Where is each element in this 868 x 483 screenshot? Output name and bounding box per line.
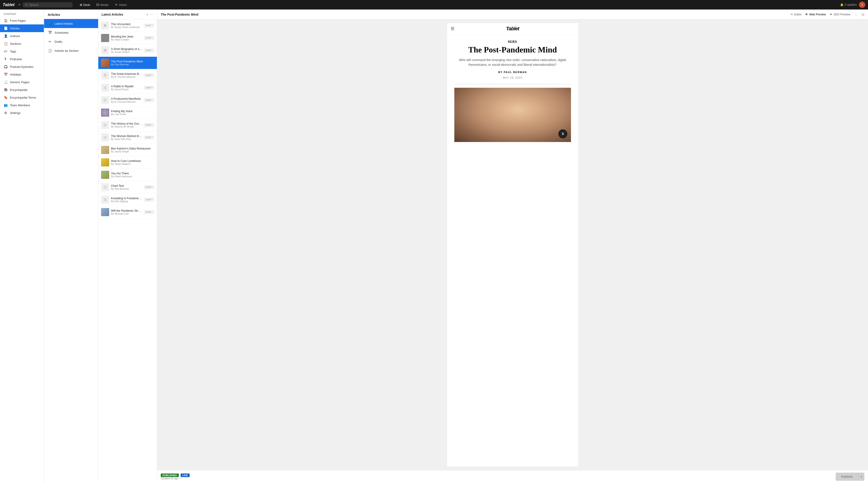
sidebar-item-sections[interactable]: 📋 Sections bbox=[0, 40, 44, 48]
sidebar-item-articles[interactable]: 📄 Articles bbox=[0, 24, 44, 32]
article-preview: ☰ Tablet NEWS The Post-Pandemic Mind Who… bbox=[447, 23, 578, 466]
checkmark-icon: ✓ bbox=[179, 477, 181, 480]
article-info: The Post-Pandemic Mind By Paul Berman bbox=[111, 60, 154, 66]
draft-badge: DRAFT bbox=[144, 36, 154, 40]
seo-preview-tab-btn[interactable]: 👁 SEO Preview bbox=[830, 12, 850, 17]
article-info: The Uncounted By Susan Rubin Suleiman bbox=[111, 23, 142, 29]
preview-more-button[interactable]: ⋮ bbox=[854, 12, 858, 17]
list-item[interactable]: The History of the Zoom Dile... By Shlom… bbox=[98, 119, 157, 131]
publish-area: Publish ▾ bbox=[836, 473, 864, 481]
preview-article-title: The Post-Pandemic Mind bbox=[161, 13, 198, 16]
search-icon bbox=[25, 3, 28, 6]
by-section-icon: 📋 bbox=[48, 49, 52, 53]
list-item[interactable]: Bending the Jews By Sean Cooper DRAFT bbox=[98, 32, 157, 44]
article-thumb bbox=[101, 121, 109, 129]
search-box[interactable] bbox=[23, 2, 72, 7]
articles-sub-scheduled[interactable]: 📅 Scheduled bbox=[44, 28, 98, 37]
articles-icon: 📄 bbox=[4, 26, 8, 30]
sidebar-item-podcast-episodes[interactable]: 🎧 Podcast Episodes bbox=[0, 63, 44, 70]
list-item[interactable]: The Post-Pandemic Mind By Paul Berman bbox=[98, 57, 157, 69]
avatar[interactable]: A bbox=[859, 2, 865, 8]
tab-media[interactable]: 🎞 Media bbox=[93, 2, 112, 8]
list-item[interactable]: Ben Katchor's Dairy Restaurant By Jacob … bbox=[98, 144, 157, 156]
articles-sub-by-section[interactable]: 📋 Articles by Section bbox=[44, 46, 98, 55]
articles-sub-latest[interactable]: 🔵 Latest Articles bbox=[44, 19, 98, 28]
add-button[interactable]: + bbox=[18, 2, 21, 7]
preview-content: ☰ Tablet NEWS The Post-Pandemic Mind Who… bbox=[157, 20, 868, 470]
tags-icon: 🏷 bbox=[4, 49, 8, 53]
split-view-button[interactable]: ⊟ bbox=[862, 13, 864, 16]
list-item[interactable]: A Producerist Manifesto By B. Duncan Moe… bbox=[98, 94, 157, 107]
article-thumb bbox=[101, 195, 109, 204]
list-item[interactable]: You Are There By Rokhl Kafrissen bbox=[98, 169, 157, 181]
publish-button[interactable]: Publish bbox=[836, 473, 858, 481]
draft-badge: DRAFT bbox=[144, 49, 154, 52]
podcasts-icon: 🎙 bbox=[4, 57, 8, 61]
sidebar-item-settings[interactable]: ⚙ Settings bbox=[0, 109, 44, 117]
list-item[interactable]: Chart Test By Rea Bochner DRAFT bbox=[98, 181, 157, 193]
app-logo: Tablet bbox=[3, 2, 14, 7]
article-thumb bbox=[101, 146, 109, 154]
svg-rect-15 bbox=[103, 186, 107, 189]
list-item[interactable]: A Rabbi in Riyadh By David Rosen DRAFT bbox=[98, 82, 157, 94]
article-thumb bbox=[101, 22, 109, 30]
search-input[interactable] bbox=[29, 3, 70, 6]
draft-badge: DRAFT bbox=[144, 186, 154, 189]
tab-desk[interactable]: ⊞ Desk bbox=[76, 2, 93, 8]
article-thumb bbox=[101, 109, 109, 117]
preview-logo: Tablet bbox=[506, 26, 519, 32]
preview-date: MAY 26, 2020 bbox=[454, 76, 571, 79]
topbar: Tablet + ⊞ Desk 🎞 Media 👁 Vision 🔔 5 upd… bbox=[0, 0, 868, 9]
draft-badge: DRAFT bbox=[144, 198, 154, 202]
more-options-button[interactable]: ⋯ bbox=[150, 12, 154, 17]
video-play-overlay[interactable]: ⏸ bbox=[558, 129, 567, 139]
sidebar-item-tags[interactable]: 🏷 Tags bbox=[0, 48, 44, 55]
sidebar-item-authors[interactable]: 👤 Authors bbox=[0, 32, 44, 40]
hamburger-icon[interactable]: ☰ bbox=[451, 26, 454, 31]
list-item[interactable]: The Uncounted By Susan Rubin Suleiman DR… bbox=[98, 20, 157, 32]
web-preview-tab-btn[interactable]: 👁 Web Preview bbox=[805, 12, 826, 17]
svg-line-1 bbox=[27, 5, 28, 6]
sidebar-item-podcasts[interactable]: 🎙 Podcasts bbox=[0, 55, 44, 63]
list-item[interactable]: The Women Behind the Masks By Sara Toth … bbox=[98, 131, 157, 144]
tab-vision[interactable]: 👁 Vision bbox=[112, 2, 130, 8]
list-item[interactable]: Finding My Voice By Lisa Trank bbox=[98, 107, 157, 119]
article-thumb bbox=[101, 183, 109, 191]
articles-sub-drafts[interactable]: ✏ Drafts bbox=[44, 37, 98, 46]
web-preview-eye-icon: 👁 bbox=[805, 13, 808, 16]
latest-icon: 🔵 bbox=[48, 21, 52, 26]
article-info: The Great American Break-Up By B. Duncan… bbox=[111, 72, 142, 78]
generic-pages-icon: 📃 bbox=[4, 80, 8, 84]
sidebar-item-encyclopedia[interactable]: 📚 Encyclopedia bbox=[0, 86, 44, 94]
svg-rect-13 bbox=[103, 123, 107, 127]
sidebar-item-front-pages[interactable]: 🏠 Front Pages bbox=[0, 17, 44, 24]
team-members-icon: 👥 bbox=[4, 103, 8, 107]
svg-point-0 bbox=[25, 4, 27, 5]
sidebar: Content 🏠 Front Pages 📄 Articles 👤 Autho… bbox=[0, 9, 44, 483]
editor-pencil-icon: ✏ bbox=[791, 13, 793, 16]
article-info: A Rabbi in Riyadh By David Rosen bbox=[111, 85, 142, 91]
sidebar-item-encyclopedia-terms[interactable]: 🔖 Encyclopedia Terms bbox=[0, 94, 44, 101]
latest-panel: Latest Articles + ⋯ The Uncounted By Sus… bbox=[98, 9, 157, 483]
sidebar-item-generic-pages[interactable]: 📃 Generic Pages bbox=[0, 78, 44, 86]
list-item[interactable]: How to Cure Loneliness By Stuart Halpern bbox=[98, 156, 157, 169]
add-article-button[interactable]: + bbox=[146, 12, 148, 17]
preview-title: The Post-Pandemic Mind bbox=[454, 46, 571, 55]
article-info: Ben Katchor's Dairy Restaurant By Jacob … bbox=[111, 147, 154, 153]
updates-indicator[interactable]: 🔔 5 updates bbox=[840, 3, 857, 6]
editor-tab-btn[interactable]: ✏ Editor bbox=[791, 12, 802, 17]
list-item[interactable]: The Great American Break-Up By B. Duncan… bbox=[98, 69, 157, 82]
list-item[interactable]: Will the Pandemic Strengthe... By Michae… bbox=[98, 206, 157, 218]
sidebar-item-holidays[interactable]: 📅 Holidays bbox=[0, 70, 44, 78]
article-info: A Producerist Manifesto By B. Duncan Moe… bbox=[111, 97, 142, 103]
article-info: The History of the Zoom Dile... By Shlom… bbox=[111, 122, 142, 128]
list-item[interactable]: Kneading Is Fundamental By Erik Ofgang D… bbox=[98, 193, 157, 206]
publish-dropdown-button[interactable]: ▾ bbox=[858, 473, 864, 481]
svg-rect-9 bbox=[103, 74, 107, 77]
article-thumb bbox=[101, 47, 109, 55]
encyclopedia-terms-icon: 🔖 bbox=[4, 95, 8, 99]
sidebar-item-team-members[interactable]: 👥 Team Members bbox=[0, 101, 44, 109]
nav-tabs: ⊞ Desk 🎞 Media 👁 Vision bbox=[76, 2, 130, 8]
list-item[interactable]: A Short Biography of an Ame... By Jonah … bbox=[98, 44, 157, 57]
drafts-icon: ✏ bbox=[48, 39, 52, 44]
